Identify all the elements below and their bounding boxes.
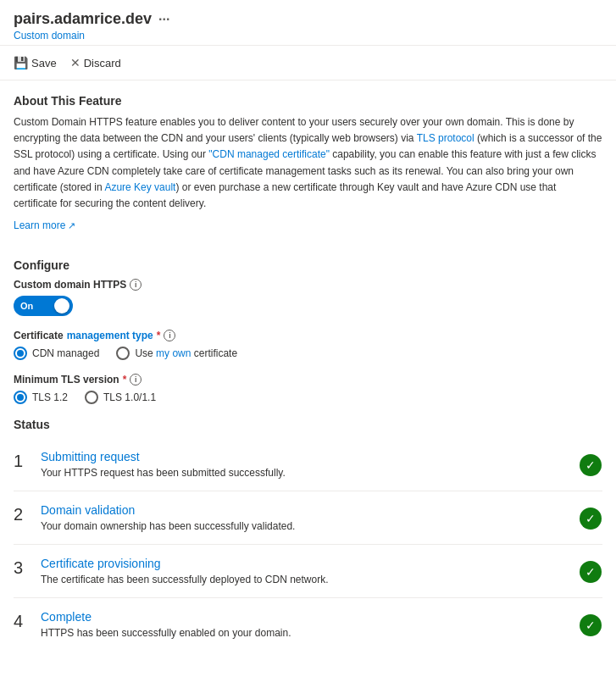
check-circle-1: ✓ xyxy=(580,454,602,476)
cdn-managed-radio[interactable] xyxy=(14,347,27,360)
key-vault-link[interactable]: Azure Key vault xyxy=(104,181,175,193)
check-circle-3: ✓ xyxy=(580,561,602,583)
status-title-1: Submitting request xyxy=(41,450,569,463)
cdn-cert-link[interactable]: "CDN managed certificate" xyxy=(208,148,330,160)
tls12-radio[interactable] xyxy=(14,391,27,404)
about-description: Custom Domain HTTPS feature enables you … xyxy=(14,114,602,212)
status-title-3: Certificate provisioning xyxy=(41,557,569,570)
status-number-2: 2 xyxy=(14,505,31,524)
status-content-3: Certificate provisioning The certificate… xyxy=(41,557,569,585)
ellipsis-menu[interactable]: ··· xyxy=(158,12,169,27)
cert-type-radio-group: CDN managed Use my own certificate xyxy=(14,347,602,360)
own-cert-radio[interactable] xyxy=(116,347,130,360)
toolbar: 💾 Save ✕ Discard xyxy=(0,46,616,80)
page-subtitle[interactable]: Custom domain xyxy=(14,30,602,42)
status-content-4: Complete HTTPS has been successfully ena… xyxy=(41,610,569,639)
https-info-icon[interactable]: i xyxy=(130,279,142,291)
save-button[interactable]: 💾 Save xyxy=(14,53,57,73)
https-toggle-container: On Off xyxy=(14,296,602,316)
tls12-option[interactable]: TLS 1.2 xyxy=(14,391,68,404)
tls10-radio[interactable] xyxy=(85,391,98,404)
configure-title: Configure xyxy=(14,258,602,272)
status-desc-1: Your HTTPS request has been submitted su… xyxy=(41,467,569,479)
status-icon-1: ✓ xyxy=(579,453,602,477)
own-cert-option[interactable]: Use my own certificate xyxy=(116,347,237,360)
about-title: About This Feature xyxy=(14,94,602,108)
external-link-icon: ↗ xyxy=(68,220,75,231)
status-section: Status 1 Submitting request Your HTTPS r… xyxy=(14,418,602,651)
status-title: Status xyxy=(14,418,602,431)
status-item-1: 1 Submitting request Your HTTPS request … xyxy=(14,438,602,491)
cdn-managed-label: CDN managed xyxy=(32,347,99,359)
tls-link[interactable]: TLS protocol xyxy=(417,132,474,144)
tls12-label: TLS 1.2 xyxy=(32,391,68,403)
discard-icon: ✕ xyxy=(70,56,80,69)
status-desc-4: HTTPS has been successfully enabled on y… xyxy=(41,627,569,639)
main-content: About This Feature Custom Domain HTTPS f… xyxy=(0,80,616,664)
status-desc-2: Your domain ownership has been successfu… xyxy=(41,520,569,532)
learn-more-link[interactable]: Learn more ↗ xyxy=(14,219,75,231)
cert-type-info-icon[interactable]: i xyxy=(164,330,175,341)
tls-radio-group: TLS 1.2 TLS 1.0/1.1 xyxy=(14,391,602,404)
discard-button[interactable]: ✕ Discard xyxy=(70,53,121,73)
page-title: pairs.adamrice.dev xyxy=(14,10,152,28)
tls-info-icon[interactable]: i xyxy=(130,374,142,386)
status-title-2: Domain validation xyxy=(41,503,569,517)
status-icon-2: ✓ xyxy=(579,507,602,530)
page-title-container: pairs.adamrice.dev ··· xyxy=(14,10,602,28)
status-icon-3: ✓ xyxy=(579,560,602,584)
status-number-4: 4 xyxy=(14,612,31,631)
status-number-1: 1 xyxy=(14,452,31,471)
check-circle-2: ✓ xyxy=(580,508,602,530)
status-content-1: Submitting request Your HTTPS request ha… xyxy=(41,450,569,479)
status-item-3: 3 Certificate provisioning The certifica… xyxy=(14,545,602,598)
https-field-label: Custom domain HTTPS i xyxy=(14,279,602,291)
about-section: About This Feature Custom Domain HTTPS f… xyxy=(14,94,602,245)
tls10-label: TLS 1.0/1.1 xyxy=(103,391,156,403)
page-header: pairs.adamrice.dev ··· Custom domain xyxy=(0,0,616,46)
cdn-managed-option[interactable]: CDN managed xyxy=(14,347,99,360)
status-item-2: 2 Domain validation Your domain ownershi… xyxy=(14,491,602,545)
configure-section: Configure Custom domain HTTPS i On Off C… xyxy=(14,258,602,404)
status-item-4: 4 Complete HTTPS has been successfully e… xyxy=(14,598,602,651)
status-icon-4: ✓ xyxy=(579,613,602,637)
tls10-option[interactable]: TLS 1.0/1.1 xyxy=(85,391,156,404)
status-number-3: 3 xyxy=(14,558,31,578)
check-circle-4: ✓ xyxy=(580,614,602,636)
toggle-on-label: On xyxy=(14,301,56,311)
cert-type-label: Certificate management type * i xyxy=(14,330,602,341)
tls-field-label: Minimum TLS version * i xyxy=(14,374,602,386)
status-content-2: Domain validation Your domain ownership … xyxy=(41,503,569,532)
status-title-4: Complete xyxy=(41,610,569,624)
status-desc-3: The certificate has been successfully de… xyxy=(41,574,569,585)
own-cert-label: Use my own certificate xyxy=(135,347,237,359)
https-toggle[interactable]: On Off xyxy=(14,296,73,316)
toggle-thumb xyxy=(54,298,69,313)
save-icon: 💾 xyxy=(14,56,28,69)
